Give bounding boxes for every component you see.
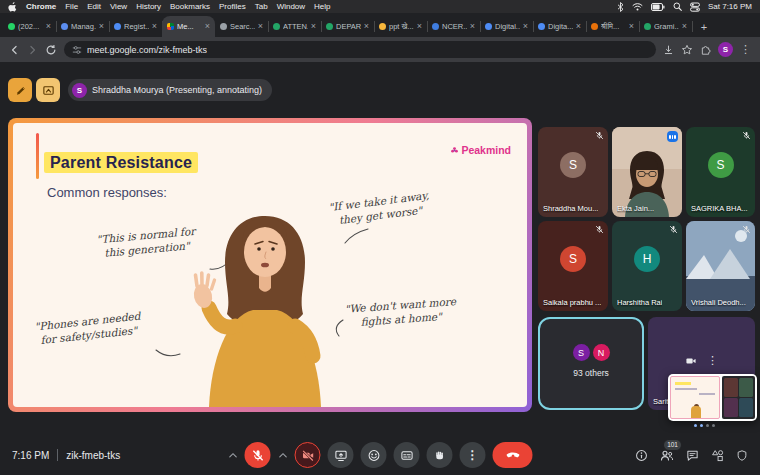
tab-close-icon[interactable]: ×: [576, 22, 581, 31]
pip-mini-slide: [670, 376, 720, 419]
participant-tile-vrishali[interactable]: Vrishali Deodh...: [686, 221, 755, 311]
tab-digital-2[interactable]: Digita...×: [533, 16, 586, 37]
tab-close-icon[interactable]: ×: [46, 22, 51, 31]
camera-button[interactable]: [295, 442, 321, 468]
menu-item-window[interactable]: Window: [277, 2, 305, 11]
tab-close-icon[interactable]: ×: [99, 22, 104, 31]
download-icon[interactable]: [663, 44, 674, 56]
participant-tile-harshitha[interactable]: H Harshitha Rai: [612, 221, 682, 311]
menu-item-profiles[interactable]: Profiles: [219, 2, 246, 11]
participant-count-badge: 101: [663, 439, 682, 452]
tile-more-icon[interactable]: ⋮: [707, 355, 718, 366]
menu-item-bookmarks[interactable]: Bookmarks: [170, 2, 210, 11]
tab-manage[interactable]: Manag...×: [56, 16, 109, 37]
tile-camera-icon[interactable]: [685, 356, 697, 366]
presenter-avatar: S: [72, 83, 87, 98]
present-button[interactable]: [328, 442, 354, 468]
menu-item-help[interactable]: Help: [314, 2, 330, 11]
participant-tile-shraddha[interactable]: S Shraddha Mou...: [538, 127, 608, 217]
raise-hand-button[interactable]: [427, 442, 453, 468]
site-settings-tune-icon[interactable]: [72, 45, 82, 55]
control-center-icon[interactable]: [690, 2, 700, 12]
activities-button[interactable]: [711, 449, 724, 462]
divider: [57, 449, 58, 461]
back-button[interactable]: [9, 44, 20, 56]
tab-close-icon[interactable]: ×: [311, 22, 316, 31]
mic-options-caret[interactable]: [228, 452, 238, 458]
presentation-pip-preview[interactable]: [668, 374, 757, 421]
participant-tile-ekta[interactable]: Ekta Jain...: [612, 127, 682, 217]
annotation-board-button[interactable]: [36, 78, 60, 102]
tab-favicon: [326, 23, 333, 30]
tab-department[interactable]: DEPAR...×: [321, 16, 374, 37]
extensions-puzzle-icon[interactable]: [700, 44, 711, 55]
tab-close-icon[interactable]: ×: [364, 22, 369, 31]
forward-button[interactable]: [27, 44, 38, 56]
url-text: meet.google.com/zik-fmeb-tks: [87, 45, 207, 55]
menu-item-file[interactable]: File: [65, 2, 78, 11]
participant-tile-sagrika[interactable]: S SAGRIKA BHA...: [686, 127, 755, 217]
reactions-button[interactable]: [361, 442, 387, 468]
mic-off-icon: [742, 225, 751, 234]
camera-options-caret[interactable]: [278, 452, 288, 458]
presenter-banner[interactable]: S Shraddha Mourya (Presenting, annotatin…: [68, 79, 272, 101]
refresh-button[interactable]: [45, 44, 57, 56]
meeting-details-icon[interactable]: [635, 449, 648, 462]
more-options-button[interactable]: ⋮: [460, 442, 486, 468]
people-panel-button[interactable]: 101: [660, 449, 674, 462]
participant-tile-saikala[interactable]: S Saikala prabhu ...: [538, 221, 608, 311]
tab-close-icon[interactable]: ×: [152, 22, 157, 31]
menu-item-history[interactable]: History: [136, 2, 161, 11]
spotlight-search-icon[interactable]: [673, 2, 682, 11]
microphone-button[interactable]: [245, 442, 271, 468]
chrome-menu-icon[interactable]: ⋮: [740, 44, 751, 55]
apple-menu-icon[interactable]: [8, 1, 17, 12]
participant-name: Shraddha Mou...: [543, 204, 598, 213]
tab-close-icon[interactable]: ×: [682, 22, 687, 31]
presenter-label: Shraddha Mourya (Presenting, annotating): [92, 85, 262, 95]
bookmark-star-icon[interactable]: [681, 44, 693, 56]
participant-avatar: S: [708, 152, 734, 178]
tab-close-icon[interactable]: ×: [629, 22, 634, 31]
annotation-pen-button[interactable]: [8, 78, 32, 102]
end-call-button[interactable]: [493, 442, 533, 468]
tab-close-icon[interactable]: ×: [470, 22, 475, 31]
menu-item-tab[interactable]: Tab: [255, 2, 268, 11]
tab-ppt[interactable]: ppt खे...×: [374, 16, 427, 37]
tab-close-icon[interactable]: ×: [417, 22, 422, 31]
menu-bar-clock[interactable]: Sat 7:16 PM: [708, 2, 752, 11]
tab-gramin[interactable]: Grami...×: [639, 16, 692, 37]
tab-label: Regist...: [124, 22, 149, 31]
battery-icon[interactable]: [651, 3, 665, 11]
brand-logo-icon: [451, 147, 458, 154]
tab-digital-1[interactable]: Digital...×: [480, 16, 533, 37]
tab-attendance[interactable]: ATTEN...×: [268, 16, 321, 37]
wifi-icon[interactable]: [632, 2, 643, 11]
presentation-stage[interactable]: Parent Resistance Common responses: Peak…: [8, 118, 532, 412]
bluetooth-icon[interactable]: [617, 2, 624, 12]
tab-favicon: [114, 23, 121, 30]
tab-ncert[interactable]: NCER...×: [427, 16, 480, 37]
tab-whatsapp[interactable]: (202...×: [3, 16, 56, 37]
tab-favicon: [273, 23, 280, 30]
address-bar[interactable]: meet.google.com/zik-fmeb-tks: [64, 41, 656, 58]
new-tab-button[interactable]: +: [696, 19, 712, 35]
others-tile[interactable]: S N 93 others: [538, 317, 644, 410]
profile-avatar[interactable]: S: [718, 42, 733, 57]
chat-panel-button[interactable]: [686, 449, 699, 462]
menu-item-chrome[interactable]: Chrome: [26, 2, 56, 11]
tab-hindi-doc[interactable]: श्रीमि...×: [586, 16, 639, 37]
menu-item-edit[interactable]: Edit: [87, 2, 101, 11]
menu-item-view[interactable]: View: [110, 2, 127, 11]
tab-close-icon[interactable]: ×: [523, 22, 528, 31]
tab-close-icon[interactable]: ×: [205, 22, 210, 31]
tab-register[interactable]: Regist...×: [109, 16, 162, 37]
tab-search[interactable]: Searc...×: [215, 16, 268, 37]
tab-favicon: [591, 23, 598, 30]
tab-close-icon[interactable]: ×: [258, 22, 263, 31]
host-controls-button[interactable]: [736, 449, 748, 462]
captions-button[interactable]: [394, 442, 420, 468]
tab-meet-active[interactable]: Me...×: [162, 16, 215, 37]
mic-off-icon: [595, 131, 604, 140]
smiley-icon: [367, 449, 380, 462]
